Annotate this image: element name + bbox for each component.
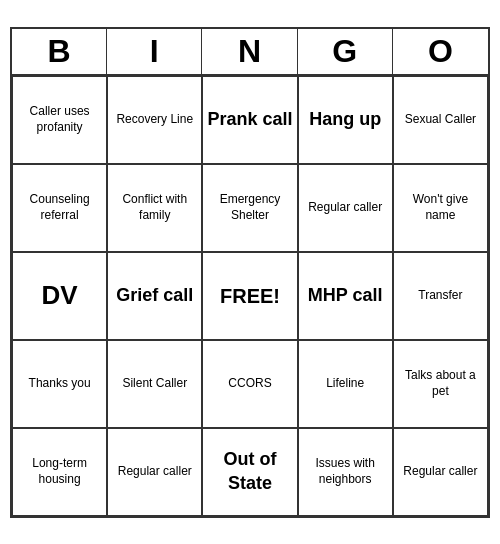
bingo-cell-0: Caller uses profanity: [12, 76, 107, 164]
header-letter-b: B: [12, 29, 107, 74]
bingo-cell-3: Hang up: [298, 76, 393, 164]
bingo-cell-15: Thanks you: [12, 340, 107, 428]
bingo-cell-23: Issues with neighbors: [298, 428, 393, 516]
header-letter-o: O: [393, 29, 488, 74]
bingo-cell-6: Conflict with family: [107, 164, 202, 252]
bingo-cell-9: Won't give name: [393, 164, 488, 252]
bingo-cell-16: Silent Caller: [107, 340, 202, 428]
bingo-cell-24: Regular caller: [393, 428, 488, 516]
bingo-grid: Caller uses profanityRecovery LinePrank …: [12, 76, 488, 516]
bingo-header: BINGO: [12, 29, 488, 76]
bingo-cell-8: Regular caller: [298, 164, 393, 252]
bingo-cell-13: MHP call: [298, 252, 393, 340]
bingo-cell-4: Sexual Caller: [393, 76, 488, 164]
bingo-cell-10: DV: [12, 252, 107, 340]
bingo-cell-21: Regular caller: [107, 428, 202, 516]
bingo-cell-5: Counseling referral: [12, 164, 107, 252]
bingo-cell-22: Out of State: [202, 428, 297, 516]
bingo-cell-17: CCORS: [202, 340, 297, 428]
header-letter-i: I: [107, 29, 202, 74]
bingo-cell-7: Emergency Shelter: [202, 164, 297, 252]
bingo-cell-12: FREE!: [202, 252, 297, 340]
bingo-cell-14: Transfer: [393, 252, 488, 340]
bingo-cell-20: Long-term housing: [12, 428, 107, 516]
bingo-card: BINGO Caller uses profanityRecovery Line…: [10, 27, 490, 518]
bingo-cell-11: Grief call: [107, 252, 202, 340]
header-letter-n: N: [202, 29, 297, 74]
bingo-cell-19: Talks about a pet: [393, 340, 488, 428]
bingo-cell-18: Lifeline: [298, 340, 393, 428]
bingo-cell-1: Recovery Line: [107, 76, 202, 164]
bingo-cell-2: Prank call: [202, 76, 297, 164]
header-letter-g: G: [298, 29, 393, 74]
